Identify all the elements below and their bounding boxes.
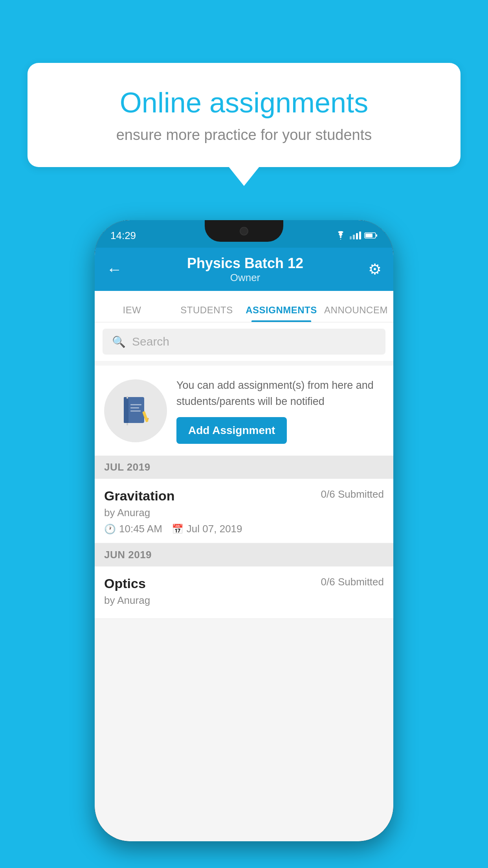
settings-icon[interactable]: ⚙ [368, 261, 382, 278]
promo-description: You can add assignment(s) from here and … [176, 377, 384, 409]
bubble-title: Online assignments [59, 86, 429, 119]
tab-iew[interactable]: IEW [95, 305, 169, 322]
status-icons [335, 231, 378, 240]
tab-students[interactable]: STUDENTS [169, 305, 244, 322]
promo-block: You can add assignment(s) from here and … [95, 366, 393, 456]
assignment-name: Gravitation [104, 488, 174, 504]
assignment-date: 📅 Jul 07, 2019 [172, 523, 242, 535]
speech-bubble: Online assignments ensure more practice … [28, 63, 460, 167]
svg-rect-5 [127, 396, 128, 399]
assignment-by-optics: by Anurag [104, 594, 384, 607]
svg-rect-4 [124, 397, 128, 423]
back-button[interactable]: ← [106, 261, 122, 278]
assignment-by: by Anurag [104, 507, 384, 519]
wifi-icon [335, 231, 347, 240]
svg-rect-1 [365, 234, 372, 237]
clock-icon: 🕐 [104, 524, 116, 535]
phone-screen: 14:29 [95, 220, 393, 841]
svg-rect-8 [130, 407, 139, 408]
assignment-submitted: 0/6 Submitted [321, 488, 384, 500]
phone-notch [205, 220, 283, 242]
tabs-bar: IEW STUDENTS ASSIGNMENTS ANNOUNCEM [95, 291, 393, 322]
search-bar[interactable]: 🔍 Search [103, 329, 385, 355]
add-assignment-button[interactable]: Add Assignment [176, 417, 287, 444]
assignment-top-row: Gravitation 0/6 Submitted [104, 488, 384, 504]
search-bar-wrap: 🔍 Search [95, 322, 393, 361]
app-header: ← Physics Batch 12 Owner ⚙ [95, 248, 393, 291]
svg-rect-9 [130, 410, 141, 412]
battery-icon [364, 232, 378, 239]
assignment-meta: 🕐 10:45 AM 📅 Jul 07, 2019 [104, 523, 384, 535]
tab-assignments[interactable]: ASSIGNMENTS [244, 305, 319, 322]
header-subtitle: Owner [187, 272, 303, 284]
svg-rect-2 [376, 234, 377, 237]
section-header-jul: JUL 2019 [95, 456, 393, 479]
header-title-block: Physics Batch 12 Owner [187, 255, 303, 284]
background: Online assignments ensure more practice … [0, 0, 488, 868]
speech-bubble-container: Online assignments ensure more practice … [28, 63, 460, 167]
front-camera [240, 227, 248, 235]
promo-text-block: You can add assignment(s) from here and … [176, 377, 384, 444]
content-area: 🔍 Search [95, 322, 393, 841]
status-time: 14:29 [110, 230, 136, 242]
notebook-icon [118, 393, 153, 428]
section-header-jun: JUN 2019 [95, 543, 393, 566]
assignment-item-optics[interactable]: Optics 0/6 Submitted by Anurag [95, 566, 393, 619]
svg-rect-6 [127, 423, 128, 425]
assignment-submitted-optics: 0/6 Submitted [321, 576, 384, 588]
tab-announcements[interactable]: ANNOUNCEM [319, 305, 393, 322]
phone-mockup: 14:29 [95, 220, 393, 841]
promo-icon-circle [104, 379, 167, 442]
bubble-subtitle: ensure more practice for your students [59, 127, 429, 143]
signal-icon [350, 232, 361, 239]
calendar-icon: 📅 [172, 524, 183, 535]
search-icon: 🔍 [112, 335, 126, 348]
svg-rect-7 [130, 404, 141, 405]
search-input[interactable]: Search [132, 335, 169, 348]
assignment-name-optics: Optics [104, 576, 146, 591]
assignment-item-gravitation[interactable]: Gravitation 0/6 Submitted by Anurag 🕐 10… [95, 479, 393, 543]
assignment-top-row-optics: Optics 0/6 Submitted [104, 576, 384, 591]
assignment-time: 🕐 10:45 AM [104, 523, 162, 535]
header-title: Physics Batch 12 [187, 255, 303, 272]
